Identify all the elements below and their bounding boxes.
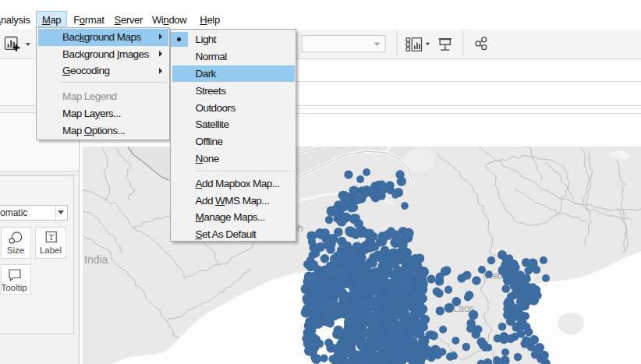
svg-text:India: India — [84, 253, 108, 266]
svg-text:Size: Size — [6, 246, 23, 255]
svg-text:Tooltip: Tooltip — [1, 283, 27, 292]
svg-text:T: T — [48, 233, 54, 242]
svg-text:Label: Label — [40, 246, 62, 255]
